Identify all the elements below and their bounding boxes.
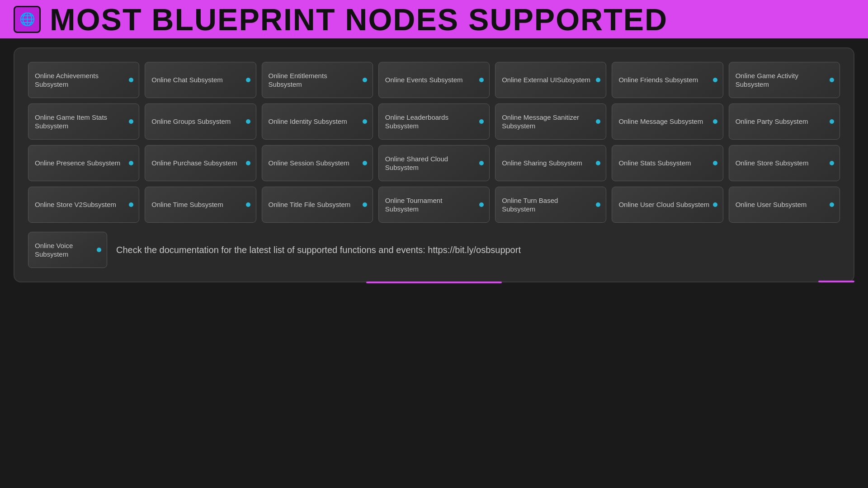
node-card-online-user-subsystem: Online User Subsystem xyxy=(729,187,840,223)
node-label-online-purchase-subsystem: Online Purchase Subsystem xyxy=(151,159,243,168)
node-label-online-game-activity-subsystem: Online Game Activity Subsystem xyxy=(736,71,827,89)
node-label-online-groups-subsystem: Online Groups Subsystem xyxy=(151,117,243,126)
node-label-online-party-subsystem: Online Party Subsystem xyxy=(736,117,827,126)
node-card-online-shared-cloud-subsystem: Online Shared Cloud Subsystem xyxy=(378,145,490,181)
globe-icon: 🌐 xyxy=(19,12,35,27)
node-label-online-presence-subsystem: Online Presence Subsystem xyxy=(35,159,126,168)
node-card-online-session-subsystem: Online Session Subsystem xyxy=(262,145,373,181)
node-card-online-user-cloud-subsystem: Online User Cloud Subsystem xyxy=(612,187,723,223)
node-card-online-turn-based-subsystem: Online Turn Based Subsystem xyxy=(495,187,606,223)
node-dot-online-time-subsystem xyxy=(246,202,250,207)
node-label-online-message-sanitizer-subsystem: Online Message Sanitizer Subsystem xyxy=(502,113,593,131)
node-label-online-title-file-subsystem: Online Title File Subsystem xyxy=(269,200,360,209)
node-dot-voice xyxy=(97,248,101,252)
node-card-online-purchase-subsystem: Online Purchase Subsystem xyxy=(145,145,256,181)
node-card-online-tournament-subsystem: Online Tournament Subsystem xyxy=(378,187,490,223)
node-label-online-achievements-subsystem: Online Achievements Subsystem xyxy=(35,71,126,89)
node-label-online-user-subsystem: Online User Subsystem xyxy=(736,200,827,209)
node-dot-online-friends-subsystem xyxy=(713,78,717,82)
node-card-online-message-subsystem: Online Message Subsystem xyxy=(612,103,723,140)
page-title: MOST BLUEPRINT NODES SUPPORTED xyxy=(50,2,668,37)
node-dot-online-leaderboards-subsystem xyxy=(479,119,484,124)
node-label-online-turn-based-subsystem: Online Turn Based Subsystem xyxy=(502,196,593,214)
node-dot-online-stats-subsystem xyxy=(713,161,717,165)
node-card-online-friends-subsystem: Online Friends Subsystem xyxy=(612,62,723,98)
node-label-online-shared-cloud-subsystem: Online Shared Cloud Subsystem xyxy=(385,155,476,172)
node-label-online-message-subsystem: Online Message Subsystem xyxy=(618,117,710,126)
node-card-online-store-v2-subsystem: Online Store V2Subsystem xyxy=(28,187,139,223)
node-card-online-achievements-subsystem: Online Achievements Subsystem xyxy=(28,62,139,98)
node-dot-online-store-v2-subsystem xyxy=(129,202,133,207)
node-label-voice: Online Voice Subsystem xyxy=(35,241,94,259)
node-dot-online-external-ui-subsystem xyxy=(596,78,600,82)
node-label-online-identity-subsystem: Online Identity Subsystem xyxy=(269,117,360,126)
node-label-online-user-cloud-subsystem: Online User Cloud Subsystem xyxy=(618,200,710,209)
node-dot-online-events-subsystem xyxy=(479,78,484,82)
node-dot-online-user-cloud-subsystem xyxy=(713,202,717,207)
node-label-online-sharing-subsystem: Online Sharing Subsystem xyxy=(502,159,593,168)
node-label-online-chat-subsystem: Online Chat Subsystem xyxy=(151,75,243,84)
node-label-online-tournament-subsystem: Online Tournament Subsystem xyxy=(385,196,476,214)
node-label-online-game-item-stats-subsystem: Online Game Item Stats Subsystem xyxy=(35,113,126,131)
node-card-voice: Online Voice Subsystem xyxy=(28,232,107,268)
node-card-online-title-file-subsystem: Online Title File Subsystem xyxy=(262,187,373,223)
node-card-online-stats-subsystem: Online Stats Subsystem xyxy=(612,145,723,181)
node-card-online-store-subsystem: Online Store Subsystem xyxy=(729,145,840,181)
node-label-online-leaderboards-subsystem: Online Leaderboards Subsystem xyxy=(385,113,476,131)
node-dot-online-message-sanitizer-subsystem xyxy=(596,119,600,124)
node-card-online-presence-subsystem: Online Presence Subsystem xyxy=(28,145,139,181)
header-icon: 🌐 xyxy=(14,6,41,33)
node-label-online-time-subsystem: Online Time Subsystem xyxy=(151,200,243,209)
node-label-online-entitlements-subsystem: Online Entitlements Subsystem xyxy=(269,71,360,89)
node-card-online-party-subsystem: Online Party Subsystem xyxy=(729,103,840,140)
node-card-online-groups-subsystem: Online Groups Subsystem xyxy=(145,103,256,140)
node-label-online-stats-subsystem: Online Stats Subsystem xyxy=(618,159,710,168)
node-dot-online-purchase-subsystem xyxy=(246,161,250,165)
node-card-online-entitlements-subsystem: Online Entitlements Subsystem xyxy=(262,62,373,98)
node-label-online-friends-subsystem: Online Friends Subsystem xyxy=(618,75,710,84)
node-label-online-store-subsystem: Online Store Subsystem xyxy=(736,159,827,168)
node-label-online-store-v2-subsystem: Online Store V2Subsystem xyxy=(35,200,126,209)
bottom-accent xyxy=(366,282,502,283)
node-card-online-leaderboards-subsystem: Online Leaderboards Subsystem xyxy=(378,103,490,140)
node-card-online-game-item-stats-subsystem: Online Game Item Stats Subsystem xyxy=(28,103,139,140)
node-dot-online-tournament-subsystem xyxy=(479,202,484,207)
node-dot-online-identity-subsystem xyxy=(363,119,367,124)
footer-row: Online Voice Subsystem Check the documen… xyxy=(28,232,840,268)
node-dot-online-session-subsystem xyxy=(363,161,367,165)
footer-note: Check the documentation for the latest l… xyxy=(116,243,521,257)
node-dot-online-shared-cloud-subsystem xyxy=(479,161,484,165)
node-dot-online-chat-subsystem xyxy=(246,78,250,82)
node-label-online-events-subsystem: Online Events Subsystem xyxy=(385,75,476,84)
node-dot-online-sharing-subsystem xyxy=(596,161,600,165)
node-dot-online-entitlements-subsystem xyxy=(363,78,367,82)
node-dot-online-groups-subsystem xyxy=(246,119,250,124)
node-dot-online-message-subsystem xyxy=(713,119,717,124)
node-label-online-external-ui-subsystem: Online External UISubsystem xyxy=(502,75,593,84)
node-card-online-chat-subsystem: Online Chat Subsystem xyxy=(145,62,256,98)
nodes-grid: Online Achievements SubsystemOnline Chat… xyxy=(28,62,840,223)
node-card-online-sharing-subsystem: Online Sharing Subsystem xyxy=(495,145,606,181)
node-dot-online-achievements-subsystem xyxy=(129,78,133,82)
node-dot-online-turn-based-subsystem xyxy=(596,202,600,207)
node-card-online-external-ui-subsystem: Online External UISubsystem xyxy=(495,62,606,98)
page-header: 🌐 MOST BLUEPRINT NODES SUPPORTED xyxy=(0,0,868,38)
node-dot-online-game-item-stats-subsystem xyxy=(129,119,133,124)
node-dot-online-title-file-subsystem xyxy=(363,202,367,207)
main-panel: Online Achievements SubsystemOnline Chat… xyxy=(14,47,854,282)
node-card-online-identity-subsystem: Online Identity Subsystem xyxy=(262,103,373,140)
node-card-online-time-subsystem: Online Time Subsystem xyxy=(145,187,256,223)
node-dot-online-presence-subsystem xyxy=(129,161,133,165)
node-dot-online-user-subsystem xyxy=(830,202,834,207)
node-dot-online-game-activity-subsystem xyxy=(830,78,834,82)
node-card-online-events-subsystem: Online Events Subsystem xyxy=(378,62,490,98)
node-card-online-message-sanitizer-subsystem: Online Message Sanitizer Subsystem xyxy=(495,103,606,140)
node-dot-online-party-subsystem xyxy=(830,119,834,124)
node-card-online-game-activity-subsystem: Online Game Activity Subsystem xyxy=(729,62,840,98)
node-dot-online-store-subsystem xyxy=(830,161,834,165)
node-label-online-session-subsystem: Online Session Subsystem xyxy=(269,159,360,168)
